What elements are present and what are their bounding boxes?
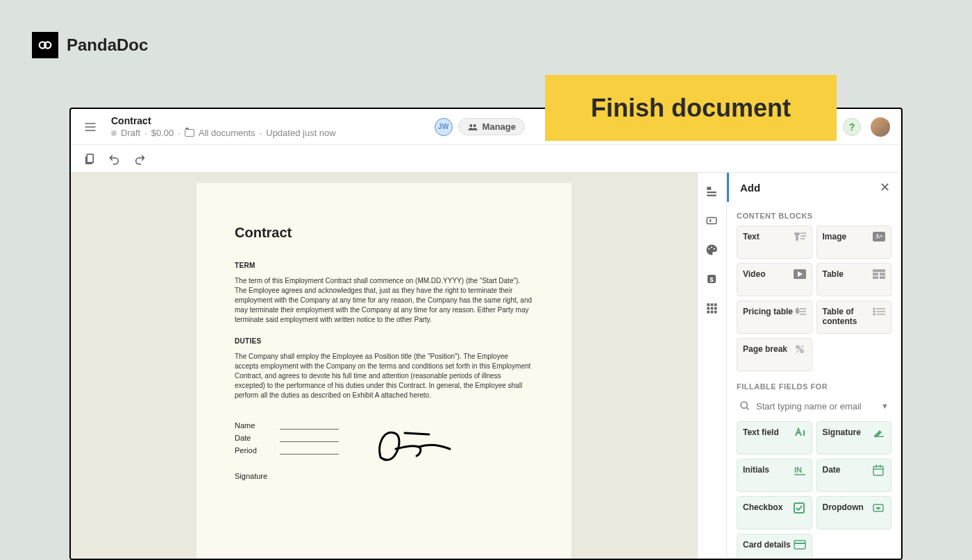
toolbar: [71, 145, 901, 173]
document-amount: $0.00: [151, 128, 174, 138]
redo-button[interactable]: [132, 151, 147, 167]
section-body: The term of this Employment Contract sha…: [235, 276, 533, 325]
block-image[interactable]: Image: [816, 226, 892, 259]
field-date-label: Date: [235, 434, 280, 442]
svg-point-13: [710, 246, 712, 248]
svg-rect-18: [710, 303, 713, 306]
manage-label: Manage: [483, 121, 516, 132]
text-field-icon: [794, 427, 806, 439]
brand-logo: PandaDoc: [32, 32, 148, 58]
close-panel-button[interactable]: ✕: [880, 180, 890, 195]
hamburger-menu-button[interactable]: [82, 119, 99, 135]
logo-mark-icon: [32, 32, 58, 58]
pricing-table-icon: $: [794, 307, 806, 316]
table-block-icon: [873, 269, 885, 279]
finish-document-banner: Finish document: [545, 75, 837, 141]
svg-text:$: $: [796, 307, 799, 314]
editor-body: Contract TERM The term of this Employmen…: [71, 173, 901, 559]
field-period-label: Period: [235, 446, 280, 455]
signature-area: Name Date Period Signature: [235, 421, 533, 480]
block-toc[interactable]: Table of contents: [816, 300, 892, 334]
panel-title: Add: [740, 182, 760, 194]
block-pricing-table[interactable]: Pricing table $: [737, 300, 812, 334]
svg-rect-23: [707, 311, 710, 314]
svg-rect-20: [707, 307, 710, 310]
section-title: DUTIES: [235, 337, 533, 345]
pages-icon[interactable]: [82, 151, 97, 167]
svg-point-44: [741, 402, 747, 408]
svg-rect-10: [707, 195, 717, 196]
date-input-line[interactable]: [280, 434, 339, 442]
svg-text:$: $: [710, 275, 714, 283]
content-blocks-header: CONTENT BLOCKS: [737, 212, 891, 220]
recipient-search[interactable]: ▼: [737, 396, 891, 416]
document-canvas[interactable]: Contract TERM The term of this Employmen…: [71, 173, 697, 559]
field-card-details[interactable]: Card details: [737, 534, 812, 559]
user-avatar[interactable]: [871, 117, 890, 137]
search-icon: [739, 400, 751, 411]
pricing-tab-icon[interactable]: $: [705, 273, 719, 287]
help-button[interactable]: ?: [843, 118, 861, 136]
svg-rect-31: [880, 276, 885, 279]
period-input-line[interactable]: [280, 446, 339, 455]
section-title: TERM: [235, 262, 533, 269]
svg-rect-25: [714, 311, 717, 314]
dropdown-icon: [873, 502, 885, 514]
recipient-search-input[interactable]: [756, 401, 875, 411]
svg-rect-22: [714, 307, 717, 310]
svg-point-5: [469, 124, 472, 127]
svg-rect-19: [714, 303, 717, 306]
collaborator-avatar[interactable]: JW: [435, 118, 453, 136]
svg-rect-29: [880, 273, 885, 275]
field-checkbox[interactable]: Checkbox: [737, 496, 812, 529]
toc-icon: [873, 307, 885, 316]
manage-button[interactable]: Manage: [458, 118, 525, 135]
image-block-icon: [873, 232, 885, 241]
svg-line-45: [746, 407, 748, 409]
svg-point-36: [873, 308, 875, 309]
svg-rect-49: [873, 466, 883, 475]
document-page: Contract TERM The term of this Employmen…: [196, 183, 571, 559]
field-dropdown[interactable]: Dropdown: [816, 496, 892, 529]
content-tab-icon[interactable]: [705, 185, 719, 199]
checkbox-icon: [794, 502, 806, 514]
chevron-down-icon[interactable]: ▼: [881, 402, 889, 410]
field-text[interactable]: Text field: [737, 421, 812, 455]
field-date[interactable]: Date: [816, 459, 892, 492]
block-table[interactable]: Table: [816, 263, 892, 296]
brand-name: PandaDoc: [67, 35, 148, 55]
name-input-line[interactable]: [280, 421, 339, 430]
svg-rect-24: [710, 311, 713, 314]
field-signature[interactable]: Signature: [816, 421, 892, 455]
credit-card-icon: [794, 540, 806, 551]
page-heading: Contract: [235, 225, 533, 241]
block-text[interactable]: Text: [737, 226, 812, 259]
svg-point-14: [713, 248, 714, 249]
document-title: Contract: [111, 115, 435, 126]
svg-point-12: [708, 248, 710, 249]
block-page-break[interactable]: Page break: [737, 338, 812, 371]
initials-icon: IN: [794, 465, 806, 476]
svg-point-38: [873, 311, 875, 312]
document-status: Draft: [121, 128, 140, 138]
text-block-icon: [794, 232, 806, 241]
app-window: Contract Draft · $0.00 · All documents ·…: [69, 108, 903, 560]
add-panel: Add ✕ CONTENT BLOCKS Text Image Video: [726, 173, 901, 559]
svg-rect-11: [707, 218, 717, 224]
svg-rect-21: [710, 307, 713, 310]
block-video[interactable]: Video: [737, 263, 812, 296]
svg-point-40: [873, 314, 875, 315]
svg-rect-28: [873, 273, 878, 275]
fillable-fields-header: FILLABLE FIELDS FOR: [737, 382, 891, 391]
svg-rect-53: [794, 503, 804, 513]
video-block-icon: [794, 269, 806, 279]
svg-point-43: [801, 350, 803, 353]
folder-name: All documents: [199, 128, 255, 138]
svg-rect-9: [707, 192, 717, 193]
field-initials[interactable]: Initials IN: [737, 459, 812, 492]
apps-tab-icon[interactable]: [705, 302, 719, 316]
undo-button[interactable]: [107, 151, 122, 167]
variables-tab-icon[interactable]: [705, 214, 719, 228]
design-tab-icon[interactable]: [705, 244, 719, 257]
svg-point-26: [877, 235, 878, 236]
